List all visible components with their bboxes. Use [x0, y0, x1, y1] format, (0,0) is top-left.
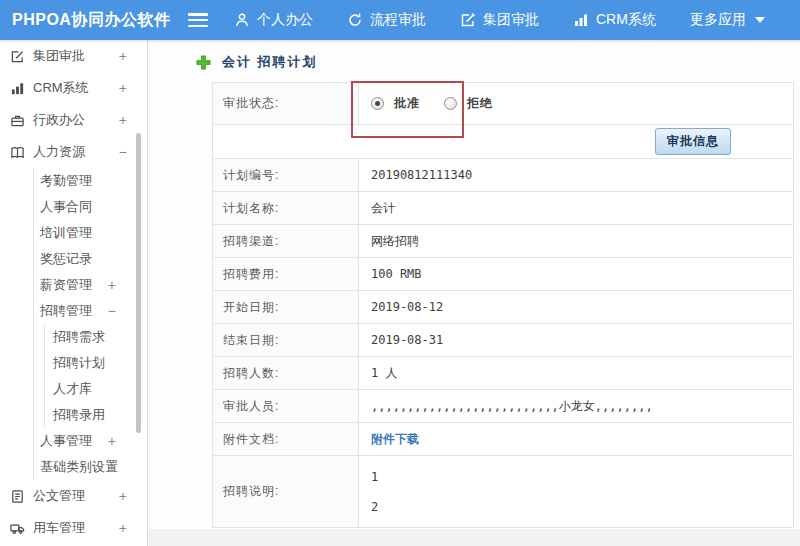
sidebar-scrollbar[interactable] — [136, 133, 141, 433]
sidebar-item-recruit-demand[interactable]: 招聘需求 — [45, 324, 147, 350]
radio-reject[interactable] — [444, 97, 457, 110]
sidebar-item-talent-pool[interactable]: 人才库 — [45, 376, 147, 402]
field-value: 100 RMB — [359, 258, 794, 291]
collapse-toggle[interactable]: − — [119, 144, 127, 160]
field-label: 招聘渠道: — [213, 225, 359, 258]
table-row: 结束日期: 2019-08-31 — [213, 324, 794, 357]
sidebar-item-group-approval[interactable]: 集团审批 + — [0, 40, 147, 72]
recruit-submenu: 招聘需求 招聘计划 人才库 招聘录用 — [44, 324, 147, 428]
recruit-plan-detail-table: 审批状态: 批准 拒绝 审批信息 计划编号: 20190812111340 计划… — [212, 82, 794, 528]
recruit-description: 1 2 — [371, 462, 792, 522]
sidebar-item-attendance[interactable]: 考勤管理 — [34, 168, 147, 194]
nav-more-apps[interactable]: 更多应用 — [690, 11, 765, 29]
menu-hamburger-icon[interactable] — [188, 13, 208, 27]
nav-label: 流程审批 — [370, 11, 426, 29]
expand-toggle[interactable]: + — [108, 459, 116, 475]
nav-label: 更多应用 — [690, 11, 746, 29]
field-label: 招聘说明: — [213, 456, 359, 528]
sidebar: 集团审批 + CRM系统 + 行政办公 + 人力资源 − 考勤管理 人事合同 培… — [0, 40, 148, 546]
sidebar-item-label: 薪资管理 — [40, 276, 92, 294]
breadcrumb: 会计 招聘计划 — [196, 53, 318, 71]
nav-workflow-approval[interactable]: 流程审批 — [347, 11, 426, 29]
sidebar-item-crm[interactable]: CRM系统 + — [0, 72, 147, 104]
nav-crm-system[interactable]: CRM系统 — [573, 11, 656, 29]
expand-toggle[interactable]: + — [108, 277, 116, 293]
sidebar-item-salary[interactable]: 薪资管理 + — [34, 272, 147, 298]
field-label: 审批状态: — [213, 83, 359, 125]
document-icon — [10, 489, 25, 504]
sidebar-item-label: 用车管理 — [33, 519, 85, 537]
field-value: 2019-08-31 — [359, 324, 794, 357]
sidebar-item-personnel-mgmt[interactable]: 人事管理 + — [34, 428, 147, 454]
collapse-toggle[interactable]: − — [108, 303, 116, 319]
sidebar-item-label: 公文管理 — [33, 487, 85, 505]
expand-toggle[interactable]: + — [108, 433, 116, 449]
sidebar-item-label: 人才库 — [53, 380, 92, 398]
sidebar-item-hr[interactable]: 人力资源 − — [0, 136, 147, 168]
sidebar-item-rewards[interactable]: 奖惩记录 — [34, 246, 147, 272]
nav-personal-office[interactable]: 个人办公 — [234, 11, 313, 29]
nav-label: CRM系统 — [596, 11, 656, 29]
sidebar-item-label: 招聘需求 — [53, 328, 105, 346]
table-row: 招聘说明: 1 2 — [213, 456, 794, 528]
field-label: 附件文档: — [213, 423, 359, 456]
expand-toggle[interactable]: + — [119, 80, 127, 96]
field-value: 1 人 — [359, 357, 794, 390]
nav-label: 集团审批 — [483, 11, 539, 29]
sidebar-item-vehicle[interactable]: 用车管理 + — [0, 512, 147, 544]
sidebar-item-recruit-mgmt[interactable]: 招聘管理 − — [34, 298, 147, 324]
briefcase-icon — [10, 113, 25, 128]
table-row: 审批信息 — [213, 125, 794, 159]
sidebar-item-recruit-hiring[interactable]: 招聘录用 — [45, 402, 147, 428]
sidebar-item-training[interactable]: 培训管理 — [34, 220, 147, 246]
edit-icon — [460, 12, 476, 28]
sidebar-item-documents[interactable]: 公文管理 + — [0, 480, 147, 512]
description-line: 2 — [371, 492, 792, 522]
radio-reject-label[interactable]: 拒绝 — [467, 95, 493, 112]
expand-toggle[interactable]: + — [119, 48, 127, 64]
top-navigation: 个人办公 流程审批 集团审批 CRM系统 更多应用 — [234, 11, 799, 29]
caret-down-icon — [755, 17, 765, 23]
expand-toggle[interactable]: + — [119, 488, 127, 504]
radio-approve[interactable] — [371, 97, 384, 110]
bar-chart-icon — [573, 12, 589, 28]
nav-group-approval[interactable]: 集团审批 — [460, 11, 539, 29]
field-value: 20190812111340 — [359, 159, 794, 192]
nav-label: 个人办公 — [257, 11, 313, 29]
person-icon — [234, 12, 250, 28]
sidebar-item-label: 集团审批 — [33, 47, 85, 65]
table-row: 审批人员: ,,,,,,,,,,,,,,,,,,,,,,,,,,小龙女,,,,,… — [213, 390, 794, 423]
book-icon — [10, 145, 25, 160]
table-row: 招聘人数: 1 人 — [213, 357, 794, 390]
radio-approve-label[interactable]: 批准 — [394, 95, 420, 112]
field-label: 结束日期: — [213, 324, 359, 357]
sidebar-item-recruit-plan[interactable]: 招聘计划 — [45, 350, 147, 376]
table-row: 计划名称: 会计 — [213, 192, 794, 225]
sidebar-item-admin-office[interactable]: 行政办公 + — [0, 104, 147, 136]
table-row: 开始日期: 2019-08-12 — [213, 291, 794, 324]
attachment-download-link[interactable]: 附件下载 — [371, 432, 419, 446]
sidebar-item-label: 招聘管理 — [40, 302, 92, 320]
hr-submenu: 考勤管理 人事合同 培训管理 奖惩记录 薪资管理 + 招聘管理 − 招聘需求 招… — [33, 168, 147, 480]
field-value: ,,,,,,,,,,,,,,,,,,,,,,,,,,小龙女,,,,,,,, — [359, 390, 794, 423]
bar-chart-icon — [10, 81, 25, 96]
approval-status-radio-group: 批准 拒绝 — [371, 95, 792, 112]
description-line: 1 — [371, 462, 792, 492]
field-value: 2019-08-12 — [359, 291, 794, 324]
truck-icon — [10, 521, 25, 536]
sidebar-item-base-category[interactable]: 基础类别设置 + — [34, 454, 147, 480]
expand-toggle[interactable]: + — [119, 520, 127, 536]
field-label: 计划编号: — [213, 159, 359, 192]
sidebar-item-label: 人事合同 — [40, 198, 92, 216]
approval-info-button[interactable]: 审批信息 — [655, 128, 731, 155]
add-plus-icon[interactable] — [196, 55, 211, 70]
sidebar-item-label: 人事管理 — [40, 432, 92, 450]
table-row: 计划编号: 20190812111340 — [213, 159, 794, 192]
field-label: 招聘费用: — [213, 258, 359, 291]
sidebar-item-hr-contract[interactable]: 人事合同 — [34, 194, 147, 220]
top-bar: PHPOA协同办公软件 个人办公 流程审批 集团审批 CRM系统 — [0, 0, 800, 40]
expand-toggle[interactable]: + — [119, 112, 127, 128]
field-label: 招聘人数: — [213, 357, 359, 390]
sidebar-item-label: 招聘计划 — [53, 354, 105, 372]
edit-square-icon — [10, 49, 25, 64]
